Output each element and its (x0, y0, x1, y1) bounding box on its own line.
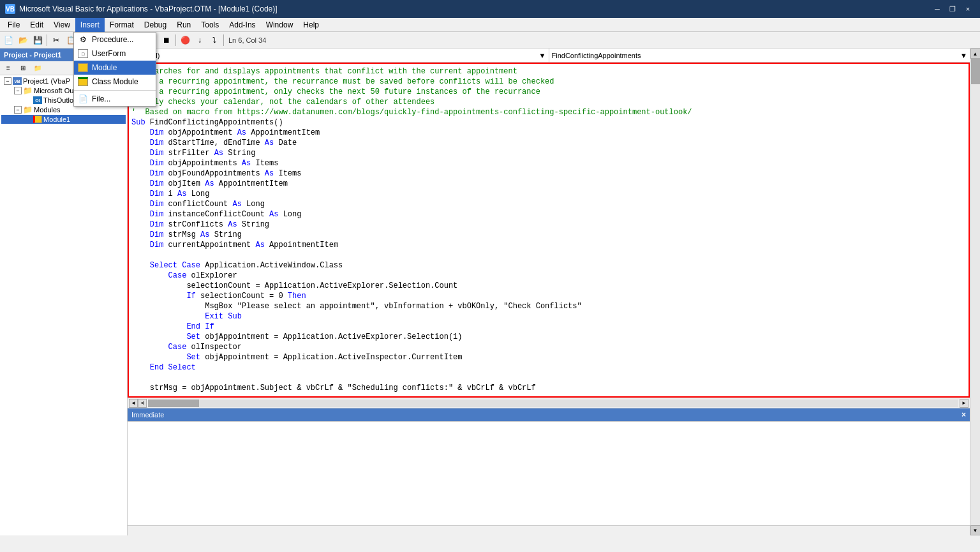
menu-file[interactable]: File (3, 18, 25, 32)
menu-window[interactable]: Window (261, 18, 299, 32)
toolbar-sep4 (175, 34, 176, 46)
code-line-28: Case olInspector (131, 342, 966, 352)
code-line-29: Set objAppointment = Application.ActiveI… (131, 352, 966, 362)
insert-class-module[interactable]: Class Module (74, 75, 156, 89)
app-icon: VB (5, 4, 15, 14)
code-area[interactable]: ' Searches for and displays appointments… (128, 63, 970, 398)
class-module-icon (77, 77, 89, 87)
h-scrollbar-track[interactable] (148, 399, 958, 407)
code-line-16: Dim strConflicts As String (131, 220, 966, 230)
code-line-3: ' If a recurring appointment, only check… (131, 87, 966, 97)
tree-project1-label: Project1 (VbaP (23, 77, 70, 85)
outlook-icon: Ol (33, 96, 42, 104)
project-view-code[interactable]: ≡ (1, 61, 15, 75)
menu-help[interactable]: Help (298, 18, 324, 32)
menu-view[interactable]: View (48, 18, 75, 32)
module1-icon (33, 116, 42, 123)
module-icon-dropdown (77, 63, 89, 73)
menu-debug[interactable]: Debug (139, 18, 172, 32)
project-toggle-folders[interactable]: 📁 (31, 61, 45, 75)
code-line-11: Dim objFoundAppointments As Items (131, 168, 966, 179)
tree-modules-label: Modules (34, 106, 61, 114)
insert-class-module-label: Class Module (92, 77, 138, 86)
toolbar-open[interactable]: 📂 (16, 33, 30, 47)
scroll-right-btn[interactable]: ► (960, 399, 969, 408)
userform-icon: □ (77, 48, 89, 59)
menu-insert[interactable]: Insert (75, 18, 105, 32)
menu-edit[interactable]: Edit (25, 18, 48, 32)
immediate-body[interactable] (128, 421, 970, 525)
scroll-down-btn[interactable]: ▼ (970, 525, 981, 535)
general-dropdown[interactable]: (General) ▼ (128, 48, 549, 62)
menu-run[interactable]: Run (172, 18, 196, 32)
code-line-22: selectionCount = Application.ActiveExplo… (131, 281, 966, 291)
v-scroll-track[interactable] (970, 59, 980, 525)
file-icon: 📄 (77, 94, 89, 104)
code-line-25: Exit Sub (131, 311, 966, 322)
immediate-panel: Immediate × (128, 408, 970, 535)
code-line-6: Sub FindConflictingAppointments() (131, 117, 966, 128)
expand-project1[interactable]: − (4, 77, 11, 85)
v-scrollbar: ▲ ▼ (970, 48, 980, 535)
code-h-scrollbar: ◄ ⊲ ► (128, 398, 970, 408)
code-line-12: Dim objItem As AppointmentItem (131, 179, 966, 189)
toolbar-cut[interactable]: ✂ (49, 33, 63, 47)
insert-file-label: File... (92, 94, 110, 103)
toolbar-stepover[interactable]: ⤵ (207, 33, 221, 47)
code-line-1: ' Searches for and displays appointments… (131, 66, 966, 77)
toolbar-save[interactable]: 💾 (31, 33, 45, 47)
project-title: Project - Project1 (4, 51, 61, 59)
scroll-nav-1[interactable]: ⊲ (138, 399, 147, 408)
scroll-up-btn[interactable]: ▲ (970, 48, 981, 59)
project-tree: − VB Project1 (VbaP − 📁 Microsoft Outl O… (0, 75, 127, 535)
toolbar-new[interactable]: 📄 (1, 33, 15, 47)
minimize-button[interactable]: ─ (930, 3, 944, 15)
tree-module1[interactable]: Module1 (1, 115, 126, 124)
code-line-13: Dim i As Long (131, 189, 966, 199)
toolbar-stop[interactable]: ⏹ (160, 33, 174, 47)
immediate-scrollbar (128, 525, 970, 535)
code-line-30: End Select (131, 362, 966, 373)
menu-divider (74, 90, 156, 91)
code-panel: (General) ▼ FindConflictingAppointments … (128, 48, 970, 535)
code-line-23: If selectionCount = 0 Then (131, 291, 966, 301)
insert-dropdown-menu: ⚙ Procedure... □ UserForm Module Class M… (73, 32, 156, 107)
immediate-title: Immediate (131, 411, 164, 419)
code-line-26: End If (131, 322, 966, 332)
expand-modules[interactable]: − (14, 106, 22, 114)
code-line-10: Dim objAppointments As Items (131, 158, 966, 168)
code-line-14: Dim conflictCount As Long (131, 199, 966, 209)
code-line-31 (131, 373, 966, 383)
insert-file[interactable]: 📄 File... (74, 92, 156, 106)
insert-module-label: Module (92, 63, 117, 72)
insert-module[interactable]: Module (74, 61, 156, 75)
insert-procedure[interactable]: ⚙ Procedure... (74, 33, 156, 47)
toolbar-sep5 (223, 34, 224, 46)
code-line-2: ' If a recurring appointment, the recurr… (131, 77, 966, 87)
toolbar-stepinto[interactable]: ↓ (193, 33, 207, 47)
expand-msoutlook[interactable]: − (14, 87, 22, 94)
menu-bar: File Edit View Insert Format Debug Run T… (0, 18, 980, 32)
close-button[interactable]: × (961, 3, 975, 15)
h-scrollbar-thumb[interactable] (148, 399, 199, 407)
code-line-4: ' Only checks your calendar, not the cal… (131, 97, 966, 107)
title-bar: VB Microsoft Visual Basic for Applicatio… (0, 0, 980, 18)
restore-button[interactable]: ❐ (946, 3, 960, 15)
code-line-33 (131, 393, 966, 398)
menu-tools[interactable]: Tools (196, 18, 224, 32)
toolbar-breakpoint[interactable]: 🔴 (178, 33, 192, 47)
menu-addins[interactable]: Add-Ins (224, 18, 260, 32)
code-line-9: Dim strFilter As String (131, 148, 966, 158)
menu-format[interactable]: Format (105, 18, 139, 32)
code-line-8: Dim dStartTime, dEndTime As Date (131, 138, 966, 148)
procedure-dropdown[interactable]: FindConflictingAppointments ▼ (549, 48, 970, 62)
code-line-19 (131, 250, 966, 260)
scroll-left-btn[interactable]: ◄ (129, 399, 138, 408)
insert-userform[interactable]: □ UserForm (74, 47, 156, 61)
immediate-close-button[interactable]: × (961, 411, 966, 419)
insert-procedure-label: Procedure... (92, 35, 133, 44)
project-view-object[interactable]: ⊞ (16, 61, 30, 75)
v-scroll-thumb[interactable] (971, 59, 980, 84)
title-bar-controls: ─ ❐ × (930, 3, 975, 15)
main-content: Project - Project1 × ≡ ⊞ 📁 − VB Project1… (0, 48, 980, 535)
